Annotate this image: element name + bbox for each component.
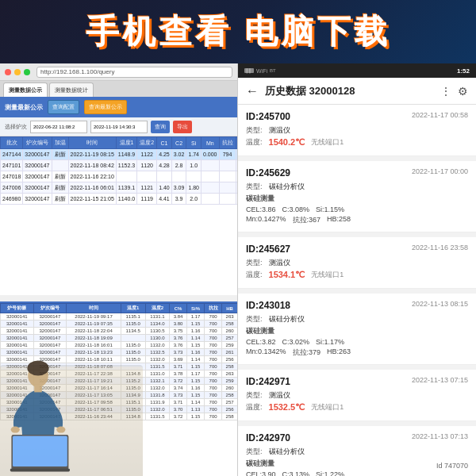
table-cell: 261 — [222, 349, 238, 356]
card-data-row: CEL:3.86C:3.08%Si:1.15% — [246, 205, 468, 213]
more-icon[interactable]: ⋮ — [440, 85, 451, 98]
table-cell: 700 — [204, 385, 221, 392]
card-data-row: CEL:3.90C:3.13%Si:1.22% — [246, 470, 468, 476]
table-cell: 32000141 — [1, 313, 34, 321]
back-button[interactable]: ← — [246, 84, 259, 98]
table-cell: 700 — [204, 328, 221, 335]
table-cell: 32000147 — [33, 321, 67, 328]
svg-rect-7 — [10, 468, 70, 471]
table-cell: 700 — [204, 370, 221, 378]
col-header-time: 时间 — [68, 137, 116, 149]
mobile-card[interactable]: ID:2456292022-11-17 00:00类型:碳硅分析仪碳硅测量CEL… — [238, 161, 476, 232]
table-cell: 256 — [222, 356, 238, 363]
card-data-item: Mn:0.1342% — [246, 347, 286, 358]
table-cell: 2022-11-18 19:09 — [67, 335, 121, 342]
url-text: http://192.168.1.100/query — [40, 68, 114, 75]
card-type-row: 类型:碳硅分析仪 — [246, 182, 468, 192]
table-cell — [137, 171, 157, 182]
table-cell: 700 — [204, 378, 221, 385]
table-cell: 263 — [222, 313, 238, 321]
table-cell: 32000147 — [23, 160, 52, 171]
mobile-card[interactable]: ID:2456272022-11-16 23:58类型:测温仪温度:1534.1… — [238, 237, 476, 289]
tab-statistics[interactable]: 测量数据统计 — [49, 83, 94, 97]
bh-c: C% — [170, 304, 187, 313]
card-data-item: Si:1.22% — [316, 470, 344, 476]
card-type-row: 类型:测温仪 — [246, 258, 468, 268]
table-cell: 257 — [222, 335, 238, 342]
mobile-card-list[interactable]: ID:2457002022-11-17 00:58类型:测温仪温度:1540.2… — [238, 105, 476, 476]
table-cell: 247101 — [1, 160, 23, 171]
toolbar: 测量最新公示 查询配置 查询最新公示 — [0, 97, 237, 117]
table-cell — [202, 160, 220, 171]
table-row: 32000141320001472022-11-18 16:011135.011… — [1, 342, 238, 349]
query-button[interactable]: 查询 — [151, 121, 170, 133]
card-data-row-2: Mn:0.1342%抗拉:379HB:263 — [246, 347, 468, 358]
card-port-label: 无线端口1 — [311, 137, 344, 148]
bh-t2: 温度2 — [145, 304, 170, 313]
table-cell: 1132.5 — [145, 349, 170, 356]
table-cell: 1131.1 — [145, 313, 170, 321]
table-cell: 1.15 — [187, 342, 205, 349]
svg-point-4 — [56, 427, 65, 433]
table-cell: 32000147 — [23, 194, 52, 205]
person-silhouette — [0, 349, 95, 476]
table-cell: 700 — [204, 313, 221, 321]
card-id: ID:242970 — [246, 432, 290, 443]
table-cell: 3.70 — [170, 406, 187, 413]
table-cell: 32000147 — [33, 342, 67, 349]
table-cell: 3.75 — [170, 328, 187, 335]
col-header-si: Si — [186, 137, 202, 149]
mobile-card[interactable]: ID:2430182022-11-13 08:15类型:碳硅分析仪碳硅测量CEL… — [238, 294, 476, 365]
table-cell: 32000141 — [1, 335, 34, 342]
table-cell: 247018 — [1, 171, 23, 182]
table-cell: 247006 — [1, 182, 23, 194]
table-cell: 700 — [204, 413, 221, 420]
date-start-input[interactable] — [30, 121, 87, 133]
card-port-label: 无线端口1 — [311, 270, 344, 280]
card-data-item: Mn:0.1427% — [246, 215, 286, 225]
card-type-value: 碳硅分析仪 — [269, 447, 305, 457]
card-data-section-label: 碳硅测量 — [246, 459, 468, 469]
card-datetime: 2022-11-13 08:15 — [412, 300, 468, 308]
svg-point-3 — [11, 427, 20, 433]
table-cell: 1.0 — [186, 160, 202, 171]
table-cell: 32000141 — [1, 342, 34, 349]
banner-title: 手机查看 电脑下载 — [86, 10, 390, 54]
col-header-kl: 抗拉 — [219, 137, 236, 149]
table-cell: 75 — [236, 194, 237, 205]
tab-history-data[interactable]: 测量数据公示 — [3, 83, 48, 97]
table-cell: 700 — [204, 406, 221, 413]
table-cell: 1.14 — [187, 356, 205, 363]
table-cell — [219, 160, 236, 171]
table-cell: 1132.0 — [145, 356, 170, 363]
table-cell: 794 — [219, 149, 236, 160]
export-button[interactable]: 导出 — [173, 121, 192, 133]
table-cell: 4.25 — [157, 149, 172, 160]
card-temp-row: 温度:1540.2℃ 无线端口1 — [246, 137, 468, 148]
table-cell: 1132.1 — [145, 378, 170, 385]
card-data-row-2: Mn:0.1427%抗拉:367HB:258 — [246, 215, 468, 225]
config-button[interactable]: 查询配置 — [48, 100, 79, 114]
table-cell: 700 — [204, 321, 221, 328]
card-temp-value: 1532.5℃ — [269, 402, 305, 413]
data-table-container[interactable]: 批次 炉次编号 加温 时间 温度1 温度2 C1 C2 Si Mn 抗拉 HB … — [0, 136, 237, 295]
col-header-t2: 温度2 — [137, 137, 157, 149]
browser-url-bar[interactable]: http://192.168.1.100/query — [36, 67, 232, 78]
table-cell: 1.15 — [187, 392, 205, 399]
table-cell: 1135.0 — [121, 356, 145, 363]
table-cell: 1122 — [137, 149, 157, 160]
date-end-input[interactable] — [90, 121, 148, 133]
settings-icon[interactable]: ⚙ — [458, 85, 468, 98]
mobile-card[interactable]: ID:2429712022-11-13 07:15类型:测温仪温度:1532.5… — [238, 370, 476, 421]
table-cell: 1135.0 — [121, 321, 145, 328]
bh-t1: 温度1 — [121, 304, 145, 313]
status-time: 1:52 — [457, 67, 470, 75]
table-cell: 32000147 — [33, 313, 67, 321]
table-cell — [52, 160, 68, 171]
table-cell: 3.72 — [170, 378, 187, 385]
table-cell: 1.16 — [187, 385, 205, 392]
table-cell: 2.8 — [171, 160, 186, 171]
table-cell: 3.73 — [170, 349, 187, 356]
mobile-card[interactable]: ID:2457002022-11-17 00:58类型:测温仪温度:1540.2… — [238, 105, 476, 156]
refresh-button[interactable]: 查询最新公示 — [84, 100, 127, 114]
